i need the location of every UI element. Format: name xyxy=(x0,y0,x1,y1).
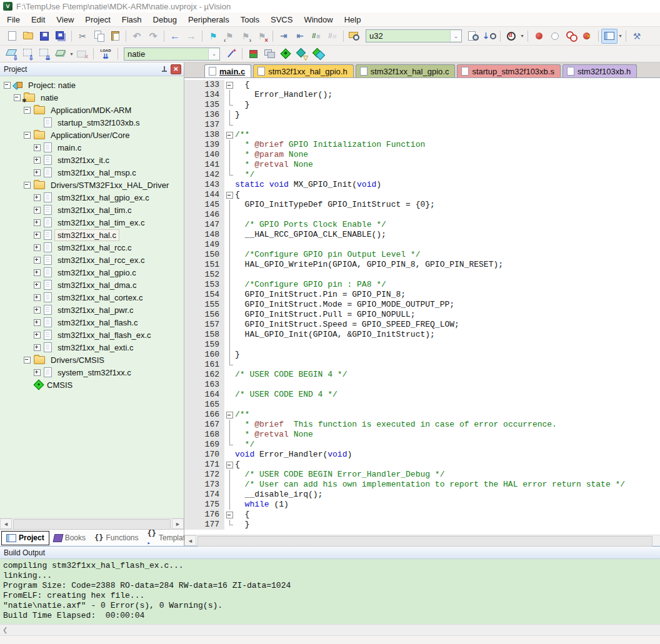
chevron-down-icon[interactable]: ⌄ xyxy=(208,49,219,59)
code-line[interactable]: 158 HAL_GPIO_Init(GPIOA, &GPIO_InitStruc… xyxy=(184,330,660,340)
previous-bookmark-icon[interactable] xyxy=(221,29,238,44)
navigate-forward-icon[interactable] xyxy=(183,29,199,44)
navigate-back-icon[interactable] xyxy=(167,29,183,44)
redo-icon[interactable] xyxy=(145,29,161,44)
menu-item-debug[interactable]: Debug xyxy=(148,14,182,26)
code-line[interactable]: 136} xyxy=(184,110,660,120)
next-bookmark-icon[interactable] xyxy=(238,29,254,44)
new-file-icon[interactable] xyxy=(4,29,20,44)
code-line[interactable]: 134 Error_Handler(); xyxy=(184,90,660,100)
view-tab-functions[interactable]: {}Functions xyxy=(90,532,142,545)
copy-icon[interactable] xyxy=(91,29,107,44)
pack-installer-icon[interactable] xyxy=(310,46,326,61)
paste-icon[interactable] xyxy=(107,29,123,44)
scroll-thumb[interactable] xyxy=(198,536,652,547)
collapse-icon[interactable] xyxy=(24,357,31,364)
code-line[interactable]: 140 * @param None xyxy=(184,150,660,160)
code-view[interactable]: 133 {134 Error_Handler();135 }136}137138… xyxy=(184,78,660,535)
document-tab[interactable]: stm32f1xx_hal_gpio.c xyxy=(356,64,456,77)
fold-collapse-icon[interactable] xyxy=(224,130,235,140)
fold-collapse-icon[interactable] xyxy=(224,410,235,420)
menu-item-view[interactable]: View xyxy=(51,14,79,26)
tree-item[interactable]: stm32f1xx_hal.c xyxy=(0,229,184,241)
scroll-thumb[interactable] xyxy=(13,519,171,530)
code-line[interactable]: 133 { xyxy=(184,80,660,90)
manage-components-icon[interactable] xyxy=(245,46,261,61)
menu-item-svcs[interactable]: SVCS xyxy=(265,14,298,26)
tree-item[interactable]: stm32f1xx_hal_gpio.c xyxy=(0,266,184,279)
menu-item-file[interactable]: File xyxy=(1,14,26,26)
expand-icon[interactable] xyxy=(34,219,41,226)
tree-item[interactable]: stm32f1xx_hal_rcc_ex.c xyxy=(0,254,184,266)
tree-item[interactable]: stm32f1xx_hal_flash_ex.c xyxy=(0,329,184,341)
collapse-icon[interactable] xyxy=(24,107,31,114)
indent-icon[interactable] xyxy=(276,29,292,44)
find-combobox[interactable]: u32⌄ xyxy=(366,29,462,42)
view-tab-books[interactable]: Books xyxy=(49,532,90,545)
scroll-left-icon[interactable]: ◄ xyxy=(184,535,196,546)
fold-collapse-icon[interactable] xyxy=(224,190,235,200)
code-line[interactable]: 166/** xyxy=(184,410,660,420)
code-line[interactable]: 143static void MX_GPIO_Init(void) xyxy=(184,180,660,190)
multi-project-workspace-icon[interactable] xyxy=(261,46,278,61)
expand-icon[interactable] xyxy=(34,232,41,239)
uncomment-selection-icon[interactable] xyxy=(324,29,341,44)
menu-item-project[interactable]: Project xyxy=(79,14,116,26)
stop-build-icon[interactable] xyxy=(74,46,91,61)
code-line[interactable]: 156 GPIO_InitStruct.Pull = GPIO_NOPULL; xyxy=(184,310,660,320)
project-windows-icon[interactable] xyxy=(601,29,618,44)
code-line[interactable]: 141 * @retval None xyxy=(184,160,660,170)
code-line[interactable]: 165 xyxy=(184,400,660,410)
tree-item[interactable]: stm32f1xx_hal_exti.c xyxy=(0,341,184,354)
tree-item[interactable]: stm32f1xx_hal_tim.c xyxy=(0,204,184,216)
tree-item[interactable]: stm32f1xx_hal_msp.c xyxy=(0,166,184,179)
fold-collapse-icon[interactable] xyxy=(224,80,235,90)
select-software-packs-icon[interactable] xyxy=(294,46,310,61)
disable-all-breakpoints-icon[interactable] xyxy=(563,29,579,44)
code-line[interactable]: 148 __HAL_RCC_GPIOA_CLK_ENABLE(); xyxy=(184,230,660,240)
code-line[interactable]: 146 xyxy=(184,210,660,220)
menu-item-peripherals[interactable]: Peripherals xyxy=(182,14,235,26)
target-combobox[interactable]: natie⌄ xyxy=(124,47,220,61)
menu-item-flash[interactable]: Flash xyxy=(116,14,148,26)
code-line[interactable]: 168 * @retval None xyxy=(184,430,660,440)
expand-icon[interactable] xyxy=(34,294,41,301)
code-line[interactable]: 159 xyxy=(184,340,660,350)
code-line[interactable]: 164/* USER CODE END 4 */ xyxy=(184,390,660,400)
tree-item[interactable]: system_stm32f1xx.c xyxy=(0,366,184,379)
code-line[interactable]: 147 /* GPIO Ports Clock Enable */ xyxy=(184,220,660,230)
document-tab[interactable]: stm32f1xx_hal_gpio.h xyxy=(253,64,353,77)
menu-item-window[interactable]: Window xyxy=(298,14,338,26)
tree-item[interactable]: stm32f1xx_hal_flash.c xyxy=(0,316,184,329)
rebuild-icon[interactable] xyxy=(36,46,52,61)
expand-icon[interactable] xyxy=(34,157,41,164)
code-line[interactable]: 139 * @brief GPIO Initialization Functio… xyxy=(184,140,660,150)
collapse-icon[interactable] xyxy=(4,82,11,89)
code-line[interactable]: 145 GPIO_InitTypeDef GPIO_InitStruct = {… xyxy=(184,200,660,210)
editor-horizontal-scrollbar[interactable]: ◄ xyxy=(184,535,660,546)
unindent-icon[interactable] xyxy=(292,29,308,44)
save-icon[interactable] xyxy=(36,29,52,44)
view-tab-project[interactable]: Project xyxy=(1,531,49,545)
scroll-left-icon[interactable]: ◄ xyxy=(0,518,12,529)
incremental-find-icon[interactable] xyxy=(481,29,498,44)
code-line[interactable]: 152 xyxy=(184,270,660,280)
insert-bookmark-icon[interactable] xyxy=(205,29,221,44)
code-line[interactable]: 155 GPIO_InitStruct.Mode = GPIO_MODE_OUT… xyxy=(184,300,660,310)
code-line[interactable]: 161 xyxy=(184,360,660,370)
tree-item[interactable]: CMSIS xyxy=(0,379,184,391)
code-line[interactable]: 177 } xyxy=(184,520,660,530)
pin-icon[interactable] xyxy=(160,65,169,74)
expand-icon[interactable] xyxy=(34,257,41,264)
document-tab[interactable]: startup_stm32f103xb.s xyxy=(457,64,561,77)
code-line[interactable]: 174 __disable_irq(); xyxy=(184,490,660,500)
collapse-icon[interactable] xyxy=(24,182,31,189)
code-line[interactable]: 171{ xyxy=(184,460,660,470)
cut-icon[interactable] xyxy=(74,29,91,44)
batch-build-icon[interactable] xyxy=(52,46,69,61)
save-all-icon[interactable] xyxy=(52,29,69,44)
chevron-down-icon[interactable]: ▾ xyxy=(519,33,525,39)
tree-item[interactable]: stm32f1xx_hal_gpio_ex.c xyxy=(0,191,184,204)
document-tab[interactable]: stm32f103xb.h xyxy=(562,64,637,77)
menu-item-tools[interactable]: Tools xyxy=(235,14,265,26)
